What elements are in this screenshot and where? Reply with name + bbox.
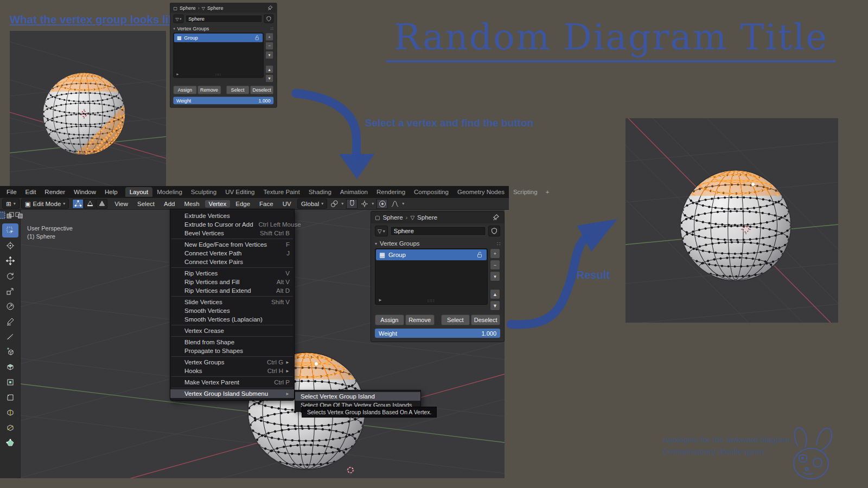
filter-expand-icon[interactable]: ► — [176, 72, 179, 76]
menu-item-connect-vertex-pairs[interactable]: Connect Vertex Pairs — [170, 258, 294, 266]
submenu-item-select-vertex-group-island[interactable]: Select Vertex Group Island — [295, 392, 420, 401]
move-tool[interactable] — [2, 254, 18, 268]
add-group-button[interactable]: + — [490, 248, 500, 259]
mode-dropdown[interactable]: ▣ Edit Mode ▾ — [21, 198, 69, 209]
lock-open-icon[interactable] — [254, 35, 260, 41]
add-cube-tool[interactable] — [2, 345, 18, 359]
inset-faces-tool[interactable] — [2, 375, 18, 389]
fake-user-button[interactable] — [264, 15, 274, 23]
specials-dropdown-button[interactable]: ▾ — [265, 51, 273, 59]
tab-modeling[interactable]: Modeling — [152, 187, 187, 197]
breadcrumb-data[interactable]: Sphere — [207, 5, 224, 11]
deselect-button[interactable]: Deselect — [250, 86, 273, 94]
falloff-curve-icon[interactable] — [391, 200, 399, 208]
add-workspace-button[interactable]: + — [542, 187, 553, 197]
transform-tool[interactable] — [2, 299, 18, 313]
loop-cut-tool[interactable] — [2, 406, 18, 420]
select-button[interactable]: Select — [226, 86, 250, 94]
face-select-mode-button[interactable] — [96, 199, 107, 209]
mesh-selector-button[interactable]: ▽ ▾ — [173, 15, 183, 23]
bevel-tool[interactable] — [2, 390, 18, 404]
breadcrumb-object[interactable]: Sphere — [180, 5, 196, 11]
menu-vertex[interactable]: Vertex — [205, 200, 231, 208]
assign-button[interactable]: Assign — [173, 86, 196, 94]
proportional-edit-button[interactable] — [376, 199, 388, 209]
breadcrumb-object[interactable]: Sphere — [382, 214, 403, 221]
vertex-groups-list[interactable]: ▦ Group ► ∷∷ — [173, 33, 263, 78]
move-down-button[interactable]: ▼ — [490, 300, 500, 311]
remove-button[interactable]: Remove — [197, 86, 221, 94]
pin-icon[interactable] — [492, 214, 500, 222]
filter-expand-icon[interactable]: ► — [378, 298, 382, 303]
menu-item-slide-vertices[interactable]: Slide VerticesShift V — [170, 298, 294, 306]
menu-render[interactable]: Render — [40, 188, 69, 196]
knife-tool[interactable] — [2, 421, 18, 435]
mode-option-icon[interactable] — [7, 211, 14, 219]
menu-item-extrude-to-cursor[interactable]: Extrude to Cursor or AddCtrl Left Mouse — [170, 220, 294, 229]
name-field[interactable]: Sphere — [390, 226, 486, 236]
resize-grip-icon[interactable]: ∷∷ — [215, 73, 221, 77]
deselect-button[interactable]: Deselect — [471, 314, 500, 325]
tab-animation[interactable]: Animation — [336, 187, 372, 197]
tab-shading[interactable]: Shading — [304, 187, 336, 197]
rotate-tool[interactable] — [2, 269, 18, 283]
vertex-groups-section-header[interactable]: ▾ Vertex Groups ∷ — [170, 24, 277, 33]
menu-view[interactable]: View — [111, 200, 132, 208]
menu-select[interactable]: Select — [133, 200, 158, 208]
menu-item-rip-vertices-extend[interactable]: Rip Vertices and ExtendAlt D — [170, 286, 294, 295]
tab-geometry-nodes[interactable]: Geometry Nodes — [453, 187, 509, 197]
tab-uv-editing[interactable]: UV Editing — [221, 187, 259, 197]
add-group-button[interactable]: + — [265, 33, 273, 41]
tab-layout[interactable]: Layout — [125, 187, 153, 197]
select-button[interactable]: Select — [441, 314, 470, 325]
menu-item-new-edge-face[interactable]: New Edge/Face from VerticesF — [170, 240, 294, 249]
menu-add[interactable]: Add — [160, 200, 178, 208]
pivot-point-icon[interactable] — [330, 200, 339, 208]
tweak-select-icon[interactable] — [0, 211, 5, 219]
menu-mesh[interactable]: Mesh — [180, 200, 203, 208]
menu-item-vertex-crease[interactable]: Vertex Crease — [170, 326, 294, 335]
tab-scripting[interactable]: Scripting — [509, 187, 542, 197]
tab-texture-paint[interactable]: Texture Paint — [259, 187, 304, 197]
vertex-group-row[interactable]: ▦ Group — [376, 249, 487, 260]
annotate-tool[interactable] — [2, 314, 18, 329]
name-field[interactable]: Sphere — [186, 15, 263, 22]
editor-type-dropdown[interactable]: ⊞ ▾ — [2, 198, 20, 209]
menu-item-vertex-groups[interactable]: Vertex GroupsCtrl G► — [170, 358, 294, 367]
menu-item-blend-from-shape[interactable]: Blend from Shape — [170, 338, 294, 346]
remove-group-button[interactable]: − — [490, 260, 500, 270]
menu-item-rip-vertices-fill[interactable]: Rip Vertices and FillAlt V — [170, 278, 294, 286]
move-up-button[interactable]: ▲ — [265, 65, 273, 73]
vertex-groups-list[interactable]: ▦ Group ► ∷∷ — [375, 248, 488, 305]
menu-face[interactable]: Face — [256, 200, 277, 208]
vertex-group-row[interactable]: ▦ Group — [174, 34, 263, 42]
mesh-selector-button[interactable]: ▽ ▾ — [375, 226, 388, 236]
orientation-dropdown[interactable]: Global ▾ — [297, 198, 327, 209]
move-down-button[interactable]: ▼ — [265, 74, 273, 82]
menu-item-hooks[interactable]: HooksCtrl H► — [170, 367, 294, 375]
remove-button[interactable]: Remove — [405, 314, 435, 325]
cursor-tool[interactable] — [2, 239, 18, 253]
snap-toggle-button[interactable] — [346, 199, 358, 209]
breadcrumb-data[interactable]: Sphere — [417, 214, 437, 221]
mode-option-icon[interactable] — [15, 211, 23, 219]
menu-edge[interactable]: Edge — [232, 200, 254, 208]
menu-item-bevel-vertices[interactable]: Bevel VerticesShift Ctrl B — [170, 229, 294, 237]
weight-slider[interactable]: Weight 1.000 — [375, 329, 500, 338]
menu-item-vertex-group-island-submenu[interactable]: Vertex Group Island Submenu► — [170, 389, 294, 398]
lock-open-icon[interactable] — [476, 251, 483, 259]
scale-tool[interactable] — [2, 284, 18, 298]
menu-item-rip-vertices[interactable]: Rip VerticesV — [170, 269, 294, 278]
menu-item-smooth-vertices-laplacian[interactable]: Smooth Vertices (Laplacian) — [170, 315, 294, 324]
tab-rendering[interactable]: Rendering — [372, 187, 410, 197]
vertex-groups-section-header[interactable]: ▾ Vertex Groups ∷ — [371, 237, 504, 248]
fake-user-button[interactable] — [488, 226, 500, 236]
specials-dropdown-button[interactable]: ▾ — [490, 271, 500, 281]
menu-window[interactable]: Window — [69, 188, 100, 196]
extrude-region-tool[interactable] — [2, 360, 18, 374]
menu-uv[interactable]: UV — [279, 200, 295, 208]
resize-grip-icon[interactable]: ∷∷ — [427, 298, 435, 304]
menu-item-make-vertex-parent[interactable]: Make Vertex ParentCtrl P — [170, 378, 294, 387]
menu-item-extrude-vertices[interactable]: Extrude Vertices — [170, 211, 294, 220]
tab-compositing[interactable]: Compositing — [410, 187, 453, 197]
